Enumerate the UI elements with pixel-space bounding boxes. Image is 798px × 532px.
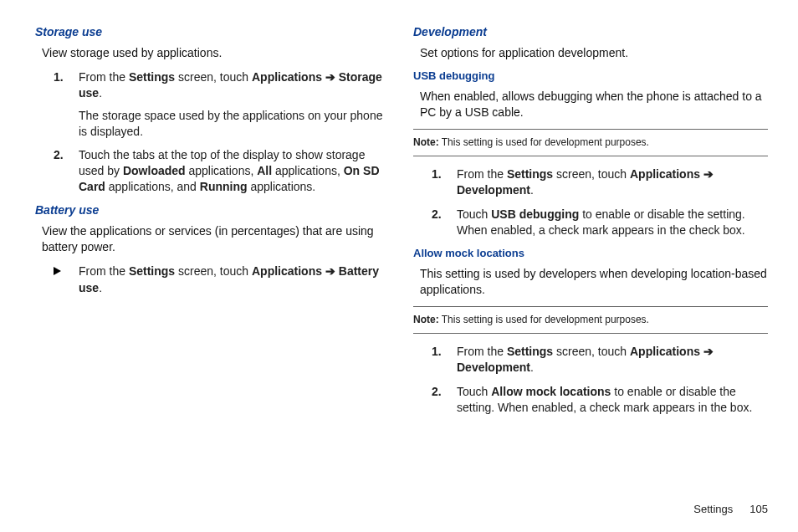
battery-use-bullets: From the Settings screen, touch Applicat… bbox=[35, 263, 390, 296]
text: screen, touch bbox=[553, 167, 630, 181]
heading-allow-mock: Allow mock locations bbox=[413, 247, 768, 259]
text: . bbox=[530, 183, 534, 197]
bold-settings: Settings bbox=[129, 264, 175, 278]
heading-storage-use: Storage use bbox=[35, 25, 390, 38]
text: applications. bbox=[248, 180, 316, 193]
text: Touch bbox=[457, 207, 491, 221]
heading-usb-debugging: USB debugging bbox=[413, 69, 768, 82]
bold-running: Running bbox=[200, 180, 248, 193]
text: From the bbox=[79, 70, 129, 84]
bold-development: Development bbox=[457, 361, 530, 374]
note-allow-mock: Note: This setting is used for developme… bbox=[413, 306, 768, 335]
bold-applications: Applications bbox=[630, 345, 700, 358]
footer-section: Settings bbox=[693, 503, 733, 515]
mock-step-2: Touch Allow mock locations to enable or … bbox=[432, 384, 768, 416]
battery-bullet-1: From the Settings screen, touch Applicat… bbox=[54, 263, 390, 296]
storage-step-1: From the Settings screen, touch Applicat… bbox=[54, 69, 390, 140]
heading-battery-use: Battery use bbox=[35, 203, 390, 217]
left-column: Storage use View storage used by applica… bbox=[35, 25, 390, 496]
heading-development: Development bbox=[413, 25, 768, 38]
note-text: This setting is used for development pur… bbox=[439, 314, 649, 325]
text: . bbox=[99, 281, 102, 294]
footer-page-number: 105 bbox=[749, 503, 768, 515]
arrow-icon: ➔ bbox=[700, 167, 714, 181]
bold-settings: Settings bbox=[129, 70, 175, 84]
text: applications, bbox=[186, 164, 258, 177]
text: From the bbox=[457, 167, 507, 181]
note-label: Note: bbox=[413, 314, 439, 325]
bold-downloaded: Dowloaded bbox=[123, 164, 186, 177]
bold-settings: Settings bbox=[507, 345, 553, 358]
storage-step-2: Touch the tabs at the top of the display… bbox=[54, 147, 390, 195]
allow-mock-steps: From the Settings screen, touch Applicat… bbox=[413, 344, 768, 416]
text: applications, and bbox=[105, 180, 200, 193]
text: applications, bbox=[272, 164, 344, 177]
storage-use-steps: From the Settings screen, touch Applicat… bbox=[35, 69, 390, 195]
usb-debugging-intro: When enabled, allows debugging when the … bbox=[413, 89, 768, 120]
columns: Storage use View storage used by applica… bbox=[35, 25, 768, 496]
text: screen, touch bbox=[175, 70, 252, 84]
development-intro: Set options for application development. bbox=[413, 45, 768, 61]
right-column: Development Set options for application … bbox=[413, 25, 768, 496]
note-text: This setting is used for development pur… bbox=[439, 136, 649, 148]
storage-step-1-sub: The storage space used by the applicatio… bbox=[79, 108, 390, 140]
text: From the bbox=[457, 345, 507, 358]
arrow-icon: ➔ bbox=[322, 70, 339, 84]
note-usb-debugging: Note: This setting is used for developme… bbox=[413, 129, 768, 157]
text: . bbox=[530, 361, 534, 374]
bold-applications: Applications bbox=[252, 70, 322, 84]
note-label: Note: bbox=[413, 136, 439, 148]
text: Touch bbox=[457, 385, 491, 398]
storage-use-intro: View storage used by applications. bbox=[35, 45, 390, 61]
arrow-icon: ➔ bbox=[322, 264, 339, 278]
text: From the bbox=[79, 264, 129, 278]
bold-allow-mock-locations: Allow mock locations bbox=[491, 385, 611, 398]
text: screen, touch bbox=[175, 264, 252, 278]
bold-all: All bbox=[257, 164, 272, 177]
usb-debugging-steps: From the Settings screen, touch Applicat… bbox=[413, 166, 768, 238]
bold-applications: Applications bbox=[630, 167, 700, 181]
bold-settings: Settings bbox=[507, 167, 553, 181]
bold-applications: Applications bbox=[252, 264, 322, 278]
allow-mock-intro: This setting is used by developers when … bbox=[413, 266, 768, 298]
usb-step-1: From the Settings screen, touch Applicat… bbox=[432, 166, 768, 198]
text: . bbox=[99, 86, 102, 100]
usb-step-2: Touch USB debugging to enable or disable… bbox=[432, 207, 768, 238]
arrow-icon: ➔ bbox=[700, 345, 714, 358]
bold-usb-debugging: USB debugging bbox=[491, 207, 582, 221]
bold-development: Development bbox=[457, 183, 530, 197]
document-page: Storage use View storage used by applica… bbox=[0, 0, 798, 532]
battery-use-intro: View the applications or services (in pe… bbox=[35, 223, 390, 255]
page-footer: Settings 105 bbox=[35, 496, 768, 515]
mock-step-1: From the Settings screen, touch Applicat… bbox=[432, 344, 768, 376]
text: screen, touch bbox=[553, 345, 630, 358]
